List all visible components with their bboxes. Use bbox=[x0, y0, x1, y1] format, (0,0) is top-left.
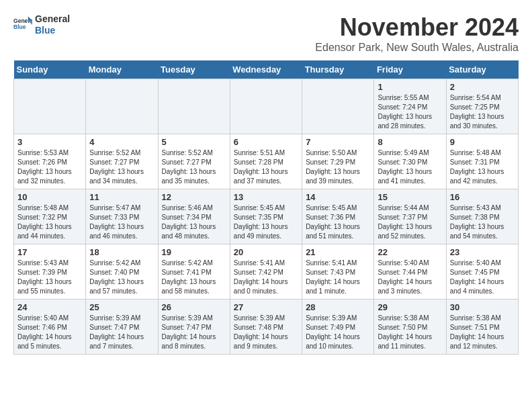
calendar-cell: 16Sunrise: 5:43 AM Sunset: 7:38 PM Dayli… bbox=[446, 189, 518, 244]
calendar-cell bbox=[158, 79, 230, 134]
calendar-cell: 22Sunrise: 5:40 AM Sunset: 7:44 PM Dayli… bbox=[374, 244, 446, 300]
calendar-cell: 13Sunrise: 5:45 AM Sunset: 7:35 PM Dayli… bbox=[230, 189, 302, 244]
day-info: Sunrise: 5:45 AM Sunset: 7:35 PM Dayligh… bbox=[234, 203, 298, 241]
day-info: Sunrise: 5:49 AM Sunset: 7:30 PM Dayligh… bbox=[378, 148, 442, 186]
calendar-cell: 24Sunrise: 5:40 AM Sunset: 7:46 PM Dayli… bbox=[14, 300, 86, 355]
day-info: Sunrise: 5:54 AM Sunset: 7:25 PM Dayligh… bbox=[450, 93, 515, 131]
calendar-cell: 1Sunrise: 5:55 AM Sunset: 7:24 PM Daylig… bbox=[374, 79, 446, 134]
day-info: Sunrise: 5:39 AM Sunset: 7:48 PM Dayligh… bbox=[234, 314, 298, 351]
header: General Blue General Blue November 2024 … bbox=[13, 13, 519, 54]
calendar-cell: 7Sunrise: 5:50 AM Sunset: 7:29 PM Daylig… bbox=[302, 134, 374, 189]
day-number: 17 bbox=[17, 247, 82, 257]
day-info: Sunrise: 5:43 AM Sunset: 7:39 PM Dayligh… bbox=[17, 259, 82, 296]
calendar-cell: 19Sunrise: 5:42 AM Sunset: 7:41 PM Dayli… bbox=[158, 244, 230, 300]
day-info: Sunrise: 5:40 AM Sunset: 7:44 PM Dayligh… bbox=[378, 259, 442, 296]
day-number: 5 bbox=[162, 137, 226, 147]
day-number: 6 bbox=[234, 137, 298, 147]
day-number: 15 bbox=[378, 192, 442, 202]
calendar-cell: 28Sunrise: 5:39 AM Sunset: 7:49 PM Dayli… bbox=[302, 300, 374, 355]
day-number: 28 bbox=[306, 302, 370, 312]
calendar-cell: 14Sunrise: 5:45 AM Sunset: 7:36 PM Dayli… bbox=[302, 189, 374, 244]
day-number: 7 bbox=[306, 137, 370, 147]
day-info: Sunrise: 5:55 AM Sunset: 7:24 PM Dayligh… bbox=[378, 93, 442, 131]
day-info: Sunrise: 5:52 AM Sunset: 7:27 PM Dayligh… bbox=[89, 148, 154, 186]
calendar-cell: 11Sunrise: 5:47 AM Sunset: 7:33 PM Dayli… bbox=[86, 189, 158, 244]
calendar-cell: 26Sunrise: 5:39 AM Sunset: 7:47 PM Dayli… bbox=[158, 300, 230, 355]
day-info: Sunrise: 5:52 AM Sunset: 7:27 PM Dayligh… bbox=[162, 148, 226, 186]
day-number: 22 bbox=[378, 247, 442, 257]
title-area: November 2024 Edensor Park, New South Wa… bbox=[315, 13, 519, 54]
day-number: 25 bbox=[89, 302, 154, 312]
calendar-cell: 15Sunrise: 5:44 AM Sunset: 7:37 PM Dayli… bbox=[374, 189, 446, 244]
day-info: Sunrise: 5:45 AM Sunset: 7:36 PM Dayligh… bbox=[306, 203, 370, 241]
day-number: 12 bbox=[162, 192, 226, 202]
calendar-cell: 6Sunrise: 5:51 AM Sunset: 7:28 PM Daylig… bbox=[230, 134, 302, 189]
day-info: Sunrise: 5:40 AM Sunset: 7:45 PM Dayligh… bbox=[450, 259, 515, 296]
day-number: 2 bbox=[450, 82, 515, 92]
calendar-cell: 17Sunrise: 5:43 AM Sunset: 7:39 PM Dayli… bbox=[14, 244, 86, 300]
calendar-cell: 23Sunrise: 5:40 AM Sunset: 7:45 PM Dayli… bbox=[446, 244, 518, 300]
weekday-header-tuesday: Tuesday bbox=[158, 60, 230, 79]
day-info: Sunrise: 5:38 AM Sunset: 7:51 PM Dayligh… bbox=[450, 314, 515, 351]
calendar-cell: 30Sunrise: 5:38 AM Sunset: 7:51 PM Dayli… bbox=[446, 300, 518, 355]
calendar-cell: 20Sunrise: 5:41 AM Sunset: 7:42 PM Dayli… bbox=[230, 244, 302, 300]
weekday-header-row: SundayMondayTuesdayWednesdayThursdayFrid… bbox=[14, 60, 519, 79]
weekday-header-thursday: Thursday bbox=[302, 60, 374, 79]
logo: General Blue General Blue bbox=[13, 13, 70, 36]
calendar-week-2: 3Sunrise: 5:53 AM Sunset: 7:26 PM Daylig… bbox=[14, 134, 519, 189]
calendar-cell: 12Sunrise: 5:46 AM Sunset: 7:34 PM Dayli… bbox=[158, 189, 230, 244]
day-info: Sunrise: 5:41 AM Sunset: 7:43 PM Dayligh… bbox=[306, 259, 370, 296]
calendar-body: 1Sunrise: 5:55 AM Sunset: 7:24 PM Daylig… bbox=[14, 79, 519, 355]
month-title: November 2024 bbox=[315, 13, 519, 42]
day-number: 13 bbox=[234, 192, 298, 202]
calendar-cell: 29Sunrise: 5:38 AM Sunset: 7:50 PM Dayli… bbox=[374, 300, 446, 355]
calendar-table: SundayMondayTuesdayWednesdayThursdayFrid… bbox=[13, 60, 519, 355]
calendar-cell: 25Sunrise: 5:39 AM Sunset: 7:47 PM Dayli… bbox=[86, 300, 158, 355]
calendar-cell: 18Sunrise: 5:42 AM Sunset: 7:40 PM Dayli… bbox=[86, 244, 158, 300]
day-info: Sunrise: 5:40 AM Sunset: 7:46 PM Dayligh… bbox=[17, 314, 82, 351]
weekday-header-sunday: Sunday bbox=[14, 60, 86, 79]
calendar-cell: 9Sunrise: 5:48 AM Sunset: 7:31 PM Daylig… bbox=[446, 134, 518, 189]
day-number: 14 bbox=[306, 192, 370, 202]
day-number: 10 bbox=[17, 192, 82, 202]
weekday-header-saturday: Saturday bbox=[446, 60, 518, 79]
day-number: 30 bbox=[450, 302, 515, 312]
day-number: 8 bbox=[378, 137, 442, 147]
day-number: 19 bbox=[162, 247, 226, 257]
calendar-cell: 27Sunrise: 5:39 AM Sunset: 7:48 PM Dayli… bbox=[230, 300, 302, 355]
calendar-cell: 21Sunrise: 5:41 AM Sunset: 7:43 PM Dayli… bbox=[302, 244, 374, 300]
day-number: 21 bbox=[306, 247, 370, 257]
calendar-cell: 2Sunrise: 5:54 AM Sunset: 7:25 PM Daylig… bbox=[446, 79, 518, 134]
calendar-cell: 10Sunrise: 5:48 AM Sunset: 7:32 PM Dayli… bbox=[14, 189, 86, 244]
day-info: Sunrise: 5:46 AM Sunset: 7:34 PM Dayligh… bbox=[162, 203, 226, 241]
calendar-cell: 5Sunrise: 5:52 AM Sunset: 7:27 PM Daylig… bbox=[158, 134, 230, 189]
calendar-week-3: 10Sunrise: 5:48 AM Sunset: 7:32 PM Dayli… bbox=[14, 189, 519, 244]
calendar-cell bbox=[14, 79, 86, 134]
logo-icon: General Blue bbox=[13, 15, 32, 34]
day-number: 20 bbox=[234, 247, 298, 257]
day-info: Sunrise: 5:43 AM Sunset: 7:38 PM Dayligh… bbox=[450, 203, 515, 241]
day-info: Sunrise: 5:47 AM Sunset: 7:33 PM Dayligh… bbox=[89, 203, 154, 241]
calendar-cell bbox=[86, 79, 158, 134]
calendar-cell bbox=[230, 79, 302, 134]
calendar-week-1: 1Sunrise: 5:55 AM Sunset: 7:24 PM Daylig… bbox=[14, 79, 519, 134]
day-number: 11 bbox=[89, 192, 154, 202]
day-number: 23 bbox=[450, 247, 515, 257]
day-info: Sunrise: 5:39 AM Sunset: 7:47 PM Dayligh… bbox=[162, 314, 226, 351]
calendar-cell: 8Sunrise: 5:49 AM Sunset: 7:30 PM Daylig… bbox=[374, 134, 446, 189]
day-info: Sunrise: 5:44 AM Sunset: 7:37 PM Dayligh… bbox=[378, 203, 442, 241]
weekday-header-wednesday: Wednesday bbox=[230, 60, 302, 79]
day-info: Sunrise: 5:38 AM Sunset: 7:50 PM Dayligh… bbox=[378, 314, 442, 351]
weekday-header-friday: Friday bbox=[374, 60, 446, 79]
day-number: 16 bbox=[450, 192, 515, 202]
calendar-week-5: 24Sunrise: 5:40 AM Sunset: 7:46 PM Dayli… bbox=[14, 300, 519, 355]
day-number: 27 bbox=[234, 302, 298, 312]
day-info: Sunrise: 5:41 AM Sunset: 7:42 PM Dayligh… bbox=[234, 259, 298, 296]
day-number: 9 bbox=[450, 137, 515, 147]
calendar-header: SundayMondayTuesdayWednesdayThursdayFrid… bbox=[14, 60, 519, 79]
day-number: 1 bbox=[378, 82, 442, 92]
calendar-cell: 3Sunrise: 5:53 AM Sunset: 7:26 PM Daylig… bbox=[14, 134, 86, 189]
logo-blue-text: Blue bbox=[35, 25, 70, 36]
calendar-cell bbox=[302, 79, 374, 134]
day-number: 26 bbox=[162, 302, 226, 312]
